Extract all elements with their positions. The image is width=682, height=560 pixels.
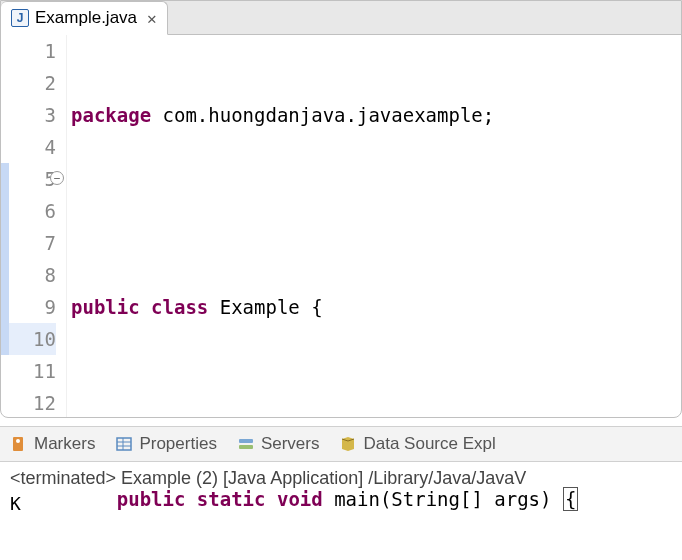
code-area[interactable]: 1 2 3 4 5− 6 7 8 9 10 11 12 package com.… [1,35,681,417]
servers-icon [237,435,255,453]
svg-point-1 [16,439,20,443]
editor-tab-example[interactable]: J Example.java ✕ [1,1,168,35]
line-number: 7 [9,227,56,259]
java-file-icon: J [11,9,29,27]
tab-label: Servers [261,434,320,454]
bookmark-icon [10,435,28,453]
code-text[interactable]: package com.huongdanjava.javaexample; pu… [67,35,681,417]
fold-toggle-icon[interactable]: − [50,171,64,185]
svg-rect-7 [239,445,253,449]
line-number: 4 [9,131,56,163]
line-number: 9 [9,291,56,323]
line-number: 5− [9,163,56,195]
tab-datasource[interactable]: Data Source Expl [339,434,495,454]
editor-pane: J Example.java ✕ 1 2 3 4 5− 6 7 8 9 10 1… [0,0,682,418]
tab-markers[interactable]: Markers [10,434,95,454]
tab-servers[interactable]: Servers [237,434,320,454]
table-icon [115,435,133,453]
tab-label: Data Source Expl [363,434,495,454]
svg-rect-2 [117,438,131,450]
tab-filename: Example.java [35,8,137,28]
line-number: 12 [9,387,56,419]
tab-properties[interactable]: Properties [115,434,216,454]
close-icon[interactable]: ✕ [147,9,157,28]
line-number-gutter: 1 2 3 4 5− 6 7 8 9 10 11 12 [9,35,67,417]
line-number: 3 [9,99,56,131]
change-marker-strip [1,35,9,417]
tab-label: Properties [139,434,216,454]
matching-brace: { [563,487,578,511]
line-number: 2 [9,67,56,99]
svg-rect-6 [239,439,253,443]
line-number: 1 [9,35,56,67]
editor-tab-bar: J Example.java ✕ [1,1,681,35]
line-number: 6 [9,195,56,227]
line-number: 10 [9,323,56,355]
tab-label: Markers [34,434,95,454]
line-number: 8 [9,259,56,291]
datasource-icon [339,435,357,453]
line-number: 11 [9,355,56,387]
